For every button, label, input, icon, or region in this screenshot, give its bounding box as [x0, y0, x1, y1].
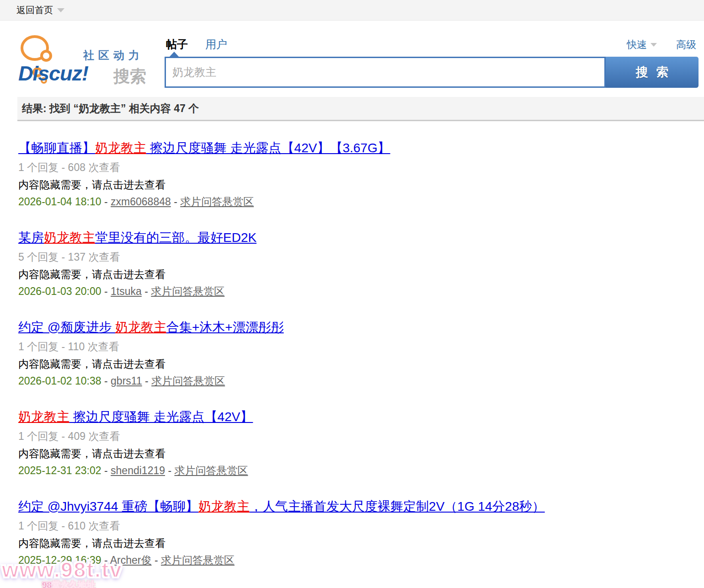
result-desc: 内容隐藏需要，请点击进去查看 — [18, 178, 690, 192]
search-input-wrap — [165, 57, 606, 88]
logo-brand: Discuz! — [18, 62, 88, 86]
separator: - — [101, 375, 111, 387]
separator: - — [142, 375, 151, 387]
result-title-segment: 约定 @Jhvyi3744 重磅【畅聊】 — [18, 499, 198, 513]
result-footer: 2026-01-04 18:10 - zxm6068848 - 求片问答悬赏区 — [18, 195, 690, 208]
result-desc: 内容隐藏需要，请点击进去查看 — [18, 447, 690, 460]
result-title-segment: 合集+沐木+漂漂彤彤 — [166, 320, 284, 334]
result-date: 2026-01-02 10:38 — [18, 375, 101, 387]
result-author-link[interactable]: shendi1219 — [111, 465, 165, 476]
search-result: 奶龙教主 擦边尺度骚舞 走光露点【42V】1 个回复 - 409 次查看内容隐藏… — [18, 409, 690, 477]
search-results-list: 【畅聊直播】奶龙教主 擦边尺度骚舞 走光露点【42V】【3.67G】1 个回复 … — [18, 140, 690, 588]
result-title-highlight: 奶龙教主 — [18, 410, 69, 424]
result-date: 2026-01-04 18:10 — [18, 196, 101, 208]
result-title-link[interactable]: 约定 @Jhvyi3744 重磅【畅聊】奶龙教主，人气主播首发大尺度裸舞定制2V… — [18, 499, 545, 513]
separator: - — [165, 465, 174, 476]
search-result: 约定 @Jhvyi3744 重磅【畅聊】奶龙教主，人气主播首发大尺度裸舞定制2V… — [18, 498, 690, 567]
result-meta: 1 个回复 - 610 次查看 — [18, 519, 690, 533]
back-home-menu[interactable]: 返回首页 — [16, 4, 64, 16]
result-forum-link[interactable]: 求片问答悬赏区 — [174, 465, 248, 476]
result-title-highlight: 奶龙教主 — [44, 230, 95, 245]
result-forum-link[interactable]: 求片问答悬赏区 — [151, 375, 225, 387]
result-title-highlight: 奶龙教主 — [95, 141, 146, 155]
result-meta: 1 个回复 - 608 次查看 — [18, 160, 690, 174]
result-desc: 内容隐藏需要，请点击进去查看 — [18, 357, 690, 371]
result-author-link[interactable]: Archer俊 — [110, 554, 152, 566]
separator: - — [101, 196, 111, 208]
advanced-search-label: 高级 — [676, 38, 696, 52]
chevron-down-icon — [651, 43, 657, 47]
result-title-link[interactable]: 奶龙教主 擦边尺度骚舞 走光露点【42V】 — [18, 410, 253, 424]
search-result: 约定 @颓废进步 奶龙教主合集+沐木+漂漂彤彤1 个回复 - 110 次查看内容… — [18, 319, 690, 388]
result-forum-link[interactable]: 求片问答悬赏区 — [180, 196, 254, 208]
separator: - — [142, 285, 151, 297]
result-desc: 内容隐藏需要，请点击进去查看 — [18, 536, 690, 550]
result-forum-link[interactable]: 求片问答悬赏区 — [161, 554, 235, 566]
result-meta: 1 个回复 - 409 次查看 — [18, 429, 690, 443]
result-title-segment: 某房 — [18, 230, 44, 245]
search-button[interactable]: 搜索 — [606, 57, 699, 88]
result-title-segment: 堂里没有的三部。最好ED2K — [95, 230, 256, 245]
search-input[interactable] — [166, 58, 604, 86]
tab-posts[interactable]: 帖子 — [166, 37, 188, 52]
result-title-highlight: 奶龙教主 — [115, 320, 166, 334]
active-tab-pointer — [169, 52, 179, 57]
result-title-segment: ，人气主播首发大尺度裸舞定制2V（1G 14分28秒） — [250, 499, 545, 513]
result-footer: 2026-01-02 10:38 - gbrs11 - 求片问答悬赏区 — [18, 374, 690, 388]
search-result: 某房奶龙教主堂里没有的三部。最好ED2K5 个回复 - 137 次查看内容隐藏需… — [18, 230, 690, 298]
result-date: 2025-12-31 23:02 — [18, 465, 101, 476]
logo-tagline: 社区动力 — [83, 48, 144, 63]
result-footer: 2025-12-29 16:39 - Archer俊 - 求片问答悬赏区 — [18, 553, 690, 567]
result-title-segment: 擦边尺度骚舞 走光露点【42V】 — [69, 410, 253, 424]
result-author-link[interactable]: 1tsuka — [111, 285, 142, 297]
result-title-highlight: 奶龙教主 — [198, 499, 250, 513]
chevron-down-icon — [57, 8, 64, 12]
result-title-segment: 约定 @颓废进步 — [18, 320, 115, 334]
quick-search-menu[interactable]: 快速 — [627, 38, 657, 52]
separator: - — [101, 554, 110, 566]
separator: - — [101, 465, 111, 476]
topbar: 返回首页 — [0, 0, 704, 21]
header: 社区动力 Discuz! 搜索 帖子 用户 快速 高级 搜索 — [0, 21, 704, 97]
search-result: 【畅聊直播】奶龙教主 擦边尺度骚舞 走光露点【42V】【3.67G】1 个回复 … — [18, 140, 690, 208]
results-count-text: 结果: 找到 “奶龙教主” 相关内容 47 个 — [22, 102, 199, 116]
tab-users[interactable]: 用户 — [205, 37, 227, 52]
separator: - — [101, 285, 111, 297]
advanced-search-link[interactable]: 高级 — [676, 38, 696, 52]
search-row: 搜索 — [165, 57, 699, 88]
result-title-segment: 【畅聊直播】 — [18, 141, 95, 155]
result-footer: 2026-01-03 20:00 - 1tsuka - 求片问答悬赏区 — [18, 284, 690, 298]
result-date: 2025-12-29 16:39 — [18, 554, 101, 566]
logo-suffix: 搜索 — [113, 65, 146, 88]
quick-search-label: 快速 — [627, 38, 647, 52]
result-title-segment: 擦边尺度骚舞 走光露点【42V】【3.67G】 — [146, 141, 390, 155]
separator: - — [152, 554, 161, 566]
result-title-link[interactable]: 某房奶龙教主堂里没有的三部。最好ED2K — [18, 230, 256, 245]
result-title-link[interactable]: 【畅聊直播】奶龙教主 擦边尺度骚舞 走光露点【42V】【3.67G】 — [18, 141, 390, 155]
back-home-label: 返回首页 — [16, 4, 53, 16]
result-meta: 5 个回复 - 137 次查看 — [18, 250, 690, 264]
result-title-link[interactable]: 约定 @颓废进步 奶龙教主合集+沐木+漂漂彤彤 — [18, 320, 284, 334]
result-footer: 2025-12-31 23:02 - shendi1219 - 求片问答悬赏区 — [18, 464, 690, 477]
result-author-link[interactable]: gbrs11 — [111, 375, 142, 387]
results-bar: 结果: 找到 “奶龙教主” 相关内容 47 个 — [17, 97, 704, 121]
result-author-link[interactable]: zxm6068848 — [111, 196, 171, 208]
separator: - — [171, 196, 180, 208]
search-tabs: 帖子 用户 — [166, 37, 227, 52]
search-mode-links: 快速 高级 — [627, 38, 696, 52]
discuz-logo[interactable]: 社区动力 Discuz! 搜索 — [18, 33, 146, 93]
result-meta: 1 个回复 - 110 次查看 — [18, 340, 690, 353]
result-desc: 内容隐藏需要，请点击进去查看 — [18, 267, 690, 281]
result-date: 2026-01-03 20:00 — [18, 285, 101, 297]
result-forum-link[interactable]: 求片问答悬赏区 — [151, 285, 224, 297]
